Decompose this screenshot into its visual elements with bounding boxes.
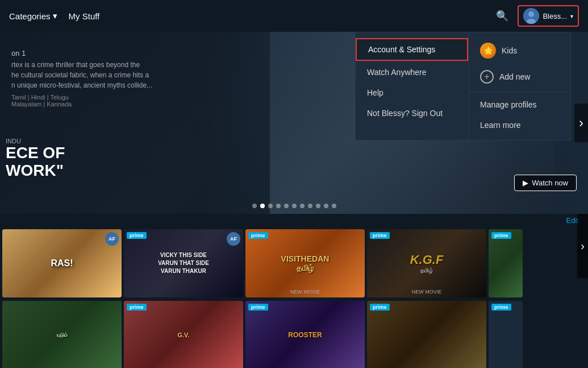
sign-out-label: Not Blessy? Sign Out (367, 109, 443, 118)
categories-chevron-icon: ▾ (53, 11, 57, 21)
dropdown-left-panel: Account & Settings Watch Anywhere Help N… (355, 32, 469, 140)
kids-icon: 🌟 (480, 43, 496, 59)
learn-more-item[interactable]: Learn more (469, 115, 570, 135)
account-settings-label: Account & Settings (368, 45, 435, 54)
add-new-label: Add new (499, 72, 530, 81)
categories-label: Categories (9, 11, 51, 21)
kids-label: Kids (502, 46, 517, 55)
search-button[interactable]: 🔍 (496, 10, 508, 22)
learn-more-label: Learn more (480, 121, 521, 130)
profile-name: Bless... (543, 12, 567, 20)
account-settings-item[interactable]: Account & Settings (356, 38, 468, 61)
avatar (523, 8, 539, 24)
mystuff-button[interactable]: My Stuff (69, 11, 100, 21)
profile-chevron-icon: ▾ (570, 13, 573, 19)
dropdown-container: Account & Settings Watch Anywhere Help N… (355, 32, 571, 140)
mystuff-label: My Stuff (69, 11, 100, 21)
add-icon: + (480, 70, 494, 84)
manage-profiles-label: Manage profiles (480, 100, 537, 109)
svg-point-1 (528, 11, 534, 17)
profile-button[interactable]: Bless... ▾ (518, 5, 579, 27)
header: Categories ▾ My Stuff 🔍 Bless... ▾ (0, 0, 588, 32)
dropdown-right-panel: 🌟 Kids + Add new Manage profiles Learn m… (469, 32, 571, 140)
help-item[interactable]: Help (356, 82, 468, 103)
sign-out-item[interactable]: Not Blessy? Sign Out (356, 103, 468, 123)
header-left: Categories ▾ My Stuff (9, 11, 99, 21)
watch-anywhere-label: Watch Anywhere (367, 68, 427, 77)
kids-item[interactable]: 🌟 Kids (469, 37, 570, 64)
manage-profiles-item[interactable]: Manage profiles (469, 94, 570, 115)
watch-anywhere-item[interactable]: Watch Anywhere (356, 62, 468, 82)
categories-button[interactable]: Categories ▾ (9, 11, 57, 21)
help-label: Help (367, 88, 383, 97)
dropdown-overlay: Account & Settings Watch Anywhere Help N… (0, 32, 588, 368)
header-right: 🔍 Bless... ▾ (496, 5, 579, 27)
search-icon: 🔍 (496, 10, 508, 22)
divider (469, 92, 570, 92)
add-new-item[interactable]: + Add new (469, 64, 570, 89)
